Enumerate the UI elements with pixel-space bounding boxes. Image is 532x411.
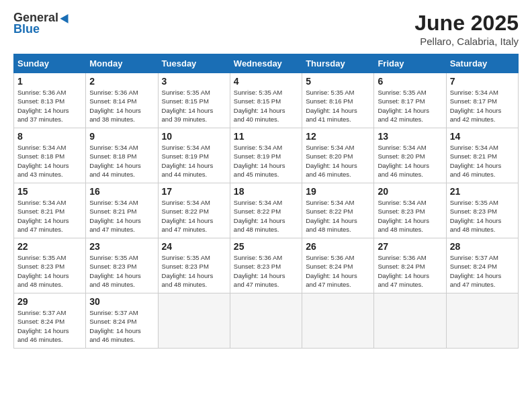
day-number: 4 xyxy=(234,76,298,87)
day-number: 1 xyxy=(17,76,82,87)
day-cell-19: 19Sunrise: 5:34 AM Sunset: 8:22 PM Dayli… xyxy=(302,183,374,238)
day-number: 24 xyxy=(162,241,226,252)
day-cell-27: 27Sunrise: 5:36 AM Sunset: 8:24 PM Dayli… xyxy=(374,238,446,293)
day-number: 25 xyxy=(234,241,298,252)
day-info: Sunrise: 5:34 AM Sunset: 8:17 PM Dayligh… xyxy=(450,88,515,124)
empty-cell xyxy=(446,293,518,349)
day-cell-14: 14Sunrise: 5:34 AM Sunset: 8:21 PM Dayli… xyxy=(446,128,518,183)
weekday-friday: Friday xyxy=(374,54,446,73)
day-info: Sunrise: 5:37 AM Sunset: 8:24 PM Dayligh… xyxy=(89,308,154,344)
day-cell-21: 21Sunrise: 5:35 AM Sunset: 8:23 PM Dayli… xyxy=(446,183,518,238)
day-number: 30 xyxy=(89,296,154,307)
day-number: 28 xyxy=(450,241,515,252)
day-info: Sunrise: 5:35 AM Sunset: 8:23 PM Dayligh… xyxy=(89,253,154,289)
day-number: 22 xyxy=(17,241,82,252)
day-cell-15: 15Sunrise: 5:34 AM Sunset: 8:21 PM Dayli… xyxy=(14,183,86,238)
day-number: 23 xyxy=(89,241,154,252)
weekday-wednesday: Wednesday xyxy=(230,54,302,73)
day-cell-1: 1Sunrise: 5:36 AM Sunset: 8:13 PM Daylig… xyxy=(14,73,86,128)
day-number: 29 xyxy=(17,296,82,307)
day-number: 18 xyxy=(234,186,298,197)
day-info: Sunrise: 5:35 AM Sunset: 8:15 PM Dayligh… xyxy=(234,88,298,124)
day-info: Sunrise: 5:37 AM Sunset: 8:24 PM Dayligh… xyxy=(450,253,515,289)
day-info: Sunrise: 5:35 AM Sunset: 8:23 PM Dayligh… xyxy=(162,253,226,289)
day-cell-26: 26Sunrise: 5:36 AM Sunset: 8:24 PM Dayli… xyxy=(302,238,374,293)
day-number: 27 xyxy=(378,241,442,252)
day-info: Sunrise: 5:34 AM Sunset: 8:18 PM Dayligh… xyxy=(89,143,154,179)
day-cell-4: 4Sunrise: 5:35 AM Sunset: 8:15 PM Daylig… xyxy=(230,73,302,128)
day-info: Sunrise: 5:35 AM Sunset: 8:16 PM Dayligh… xyxy=(306,88,370,124)
day-number: 26 xyxy=(306,241,370,252)
day-cell-30: 30Sunrise: 5:37 AM Sunset: 8:24 PM Dayli… xyxy=(86,293,158,349)
day-info: Sunrise: 5:34 AM Sunset: 8:20 PM Dayligh… xyxy=(306,143,370,179)
day-info: Sunrise: 5:34 AM Sunset: 8:19 PM Dayligh… xyxy=(234,143,298,179)
day-cell-24: 24Sunrise: 5:35 AM Sunset: 8:23 PM Dayli… xyxy=(158,238,230,293)
day-number: 10 xyxy=(162,131,226,142)
day-info: Sunrise: 5:36 AM Sunset: 8:14 PM Dayligh… xyxy=(89,88,154,124)
day-number: 7 xyxy=(450,76,515,87)
weekday-tuesday: Tuesday xyxy=(158,54,230,73)
weekday-sunday: Sunday xyxy=(14,54,86,73)
week-row-3: 15Sunrise: 5:34 AM Sunset: 8:21 PM Dayli… xyxy=(14,183,519,238)
empty-cell xyxy=(158,293,230,349)
day-cell-20: 20Sunrise: 5:34 AM Sunset: 8:23 PM Dayli… xyxy=(374,183,446,238)
day-cell-23: 23Sunrise: 5:35 AM Sunset: 8:23 PM Dayli… xyxy=(86,238,158,293)
day-number: 14 xyxy=(450,131,515,142)
day-cell-17: 17Sunrise: 5:34 AM Sunset: 8:22 PM Dayli… xyxy=(158,183,230,238)
weekday-saturday: Saturday xyxy=(446,54,518,73)
day-cell-11: 11Sunrise: 5:34 AM Sunset: 8:19 PM Dayli… xyxy=(230,128,302,183)
day-info: Sunrise: 5:36 AM Sunset: 8:23 PM Dayligh… xyxy=(234,253,298,289)
day-number: 6 xyxy=(378,76,442,87)
day-cell-9: 9Sunrise: 5:34 AM Sunset: 8:18 PM Daylig… xyxy=(86,128,158,183)
day-cell-22: 22Sunrise: 5:35 AM Sunset: 8:23 PM Dayli… xyxy=(14,238,86,293)
day-number: 11 xyxy=(234,131,298,142)
day-info: Sunrise: 5:34 AM Sunset: 8:22 PM Dayligh… xyxy=(234,198,298,234)
day-info: Sunrise: 5:34 AM Sunset: 8:18 PM Dayligh… xyxy=(17,143,82,179)
day-cell-25: 25Sunrise: 5:36 AM Sunset: 8:23 PM Dayli… xyxy=(230,238,302,293)
day-number: 13 xyxy=(378,131,442,142)
empty-cell xyxy=(302,293,374,349)
weekday-header-row: SundayMondayTuesdayWednesdayThursdayFrid… xyxy=(14,54,519,73)
day-cell-6: 6Sunrise: 5:35 AM Sunset: 8:17 PM Daylig… xyxy=(374,73,446,128)
day-number: 8 xyxy=(17,131,82,142)
day-info: Sunrise: 5:37 AM Sunset: 8:24 PM Dayligh… xyxy=(17,308,82,344)
day-cell-8: 8Sunrise: 5:34 AM Sunset: 8:18 PM Daylig… xyxy=(14,128,86,183)
day-info: Sunrise: 5:36 AM Sunset: 8:24 PM Dayligh… xyxy=(378,253,442,289)
day-cell-13: 13Sunrise: 5:34 AM Sunset: 8:20 PM Dayli… xyxy=(374,128,446,183)
day-number: 3 xyxy=(162,76,226,87)
day-number: 12 xyxy=(306,131,370,142)
day-info: Sunrise: 5:34 AM Sunset: 8:21 PM Dayligh… xyxy=(450,143,515,179)
day-cell-29: 29Sunrise: 5:37 AM Sunset: 8:24 PM Dayli… xyxy=(14,293,86,349)
day-info: Sunrise: 5:35 AM Sunset: 8:23 PM Dayligh… xyxy=(17,253,82,289)
day-cell-18: 18Sunrise: 5:34 AM Sunset: 8:22 PM Dayli… xyxy=(230,183,302,238)
logo: General Blue xyxy=(13,11,73,36)
day-info: Sunrise: 5:36 AM Sunset: 8:24 PM Dayligh… xyxy=(306,253,370,289)
weekday-monday: Monday xyxy=(86,54,158,73)
week-row-2: 8Sunrise: 5:34 AM Sunset: 8:18 PM Daylig… xyxy=(14,128,519,183)
day-info: Sunrise: 5:34 AM Sunset: 8:21 PM Dayligh… xyxy=(89,198,154,234)
day-info: Sunrise: 5:34 AM Sunset: 8:22 PM Dayligh… xyxy=(306,198,370,234)
week-row-5: 29Sunrise: 5:37 AM Sunset: 8:24 PM Dayli… xyxy=(14,293,519,349)
day-info: Sunrise: 5:34 AM Sunset: 8:22 PM Dayligh… xyxy=(162,198,226,234)
day-number: 21 xyxy=(450,186,515,197)
weekday-thursday: Thursday xyxy=(302,54,374,73)
day-number: 17 xyxy=(162,186,226,197)
day-info: Sunrise: 5:36 AM Sunset: 8:13 PM Dayligh… xyxy=(17,88,82,124)
day-info: Sunrise: 5:35 AM Sunset: 8:15 PM Dayligh… xyxy=(162,88,226,124)
page: General Blue June 2025 Pellaro, Calabria… xyxy=(0,0,532,411)
logo-icon xyxy=(60,12,72,24)
day-info: Sunrise: 5:34 AM Sunset: 8:21 PM Dayligh… xyxy=(17,198,82,234)
week-row-4: 22Sunrise: 5:35 AM Sunset: 8:23 PM Dayli… xyxy=(14,238,519,293)
location-title: Pellaro, Calabria, Italy xyxy=(414,36,519,47)
empty-cell xyxy=(374,293,446,349)
day-cell-2: 2Sunrise: 5:36 AM Sunset: 8:14 PM Daylig… xyxy=(86,73,158,128)
day-info: Sunrise: 5:34 AM Sunset: 8:23 PM Dayligh… xyxy=(378,198,442,234)
empty-cell xyxy=(230,293,302,349)
day-number: 16 xyxy=(89,186,154,197)
day-cell-3: 3Sunrise: 5:35 AM Sunset: 8:15 PM Daylig… xyxy=(158,73,230,128)
day-cell-28: 28Sunrise: 5:37 AM Sunset: 8:24 PM Dayli… xyxy=(446,238,518,293)
day-cell-16: 16Sunrise: 5:34 AM Sunset: 8:21 PM Dayli… xyxy=(86,183,158,238)
header: General Blue June 2025 Pellaro, Calabria… xyxy=(13,11,519,47)
day-number: 5 xyxy=(306,76,370,87)
day-info: Sunrise: 5:35 AM Sunset: 8:17 PM Dayligh… xyxy=(378,88,442,124)
